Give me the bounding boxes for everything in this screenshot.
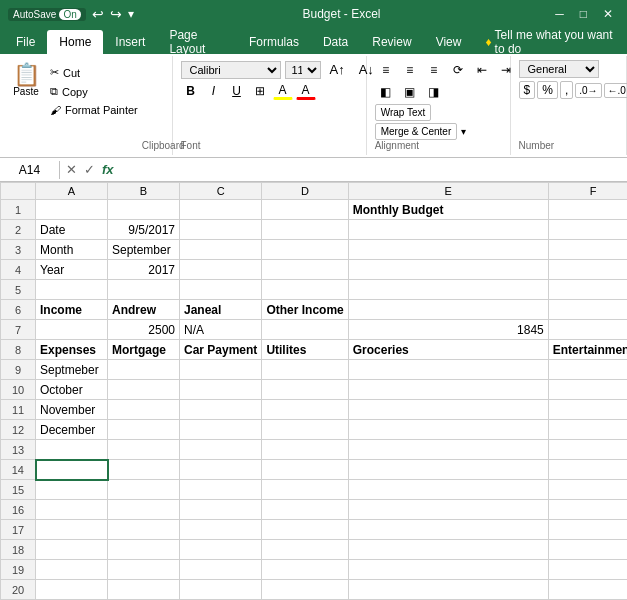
redo-icon[interactable]: ↪ [110, 6, 122, 22]
cell-E14[interactable] [348, 460, 548, 480]
cell-D14[interactable] [262, 460, 348, 480]
cell-F14[interactable] [548, 460, 627, 480]
undo-icon[interactable]: ↩ [92, 6, 104, 22]
cell-C7[interactable]: N/A [180, 320, 262, 340]
fill-color-button[interactable]: A [273, 81, 293, 100]
italic-button[interactable]: I [204, 82, 224, 100]
cell-C6[interactable]: Janeal [180, 300, 262, 320]
cell-F2[interactable] [548, 220, 627, 240]
cell-C14[interactable] [180, 460, 262, 480]
tab-home[interactable]: Home [47, 30, 103, 54]
cell-A20[interactable] [36, 580, 108, 600]
cell-C9[interactable] [180, 360, 262, 380]
cell-F17[interactable] [548, 520, 627, 540]
cell-E18[interactable] [348, 540, 548, 560]
align-top-center-btn[interactable]: ≡ [399, 60, 421, 80]
cell-D1[interactable] [262, 200, 348, 220]
cell-F13[interactable] [548, 440, 627, 460]
cell-A10[interactable]: October [36, 380, 108, 400]
maximize-btn[interactable]: □ [574, 7, 593, 21]
cell-B14[interactable] [108, 460, 180, 480]
cell-C19[interactable] [180, 560, 262, 580]
cell-F10[interactable] [548, 380, 627, 400]
border-button[interactable]: ⊞ [250, 82, 270, 100]
cell-A15[interactable] [36, 480, 108, 500]
cell-A11[interactable]: November [36, 400, 108, 420]
cell-D4[interactable] [262, 260, 348, 280]
font-color-button[interactable]: A [296, 81, 316, 100]
cell-A18[interactable] [36, 540, 108, 560]
cell-D8[interactable]: Utilites [262, 340, 348, 360]
tab-data[interactable]: Data [311, 30, 360, 54]
font-size-select[interactable]: 11 [285, 61, 321, 79]
cell-C15[interactable] [180, 480, 262, 500]
cell-D19[interactable] [262, 560, 348, 580]
cell-F7[interactable] [548, 320, 627, 340]
col-header-d[interactable]: D [262, 183, 348, 200]
cell-F15[interactable] [548, 480, 627, 500]
cell-A6[interactable]: Income [36, 300, 108, 320]
paste-button[interactable]: 📋 Paste [6, 60, 46, 101]
tab-review[interactable]: Review [360, 30, 423, 54]
minimize-btn[interactable]: ─ [549, 7, 570, 21]
cell-A13[interactable] [36, 440, 108, 460]
cell-E4[interactable] [348, 260, 548, 280]
cell-D12[interactable] [262, 420, 348, 440]
sheet-area[interactable]: A B C D E F G H I J 1Monthly Budget2Date… [0, 182, 627, 600]
cell-E2[interactable] [348, 220, 548, 240]
merge-dropdown-icon[interactable]: ▾ [461, 126, 466, 137]
cell-B5[interactable] [108, 280, 180, 300]
cut-button[interactable]: ✂ Cut [46, 64, 142, 81]
cell-E20[interactable] [348, 580, 548, 600]
cell-E12[interactable] [348, 420, 548, 440]
formula-confirm-btn[interactable]: ✓ [82, 161, 97, 178]
percent-button[interactable]: % [537, 81, 558, 99]
decimal-decrease-button[interactable]: ←.0 [604, 83, 627, 98]
cell-C20[interactable] [180, 580, 262, 600]
cell-C12[interactable] [180, 420, 262, 440]
cell-A19[interactable] [36, 560, 108, 580]
decimal-increase-button[interactable]: .0→ [575, 83, 601, 98]
cell-D11[interactable] [262, 400, 348, 420]
cell-C10[interactable] [180, 380, 262, 400]
cell-C3[interactable] [180, 240, 262, 260]
font-name-select[interactable]: Calibri [181, 61, 281, 79]
col-header-a[interactable]: A [36, 183, 108, 200]
cell-F3[interactable] [548, 240, 627, 260]
cell-F4[interactable] [548, 260, 627, 280]
cell-D3[interactable] [262, 240, 348, 260]
cell-B15[interactable] [108, 480, 180, 500]
cell-C18[interactable] [180, 540, 262, 560]
cell-A16[interactable] [36, 500, 108, 520]
cell-E16[interactable] [348, 500, 548, 520]
number-format-select[interactable]: General [519, 60, 599, 78]
cell-D15[interactable] [262, 480, 348, 500]
align-left-btn[interactable]: ◧ [375, 82, 397, 102]
cell-F20[interactable] [548, 580, 627, 600]
cell-D10[interactable] [262, 380, 348, 400]
formula-input[interactable] [120, 163, 627, 177]
cell-B19[interactable] [108, 560, 180, 580]
copy-button[interactable]: ⧉ Copy [46, 83, 142, 100]
cell-B17[interactable] [108, 520, 180, 540]
cell-B1[interactable] [108, 200, 180, 220]
cell-B12[interactable] [108, 420, 180, 440]
cell-F19[interactable] [548, 560, 627, 580]
cell-B4[interactable]: 2017 [108, 260, 180, 280]
cell-C1[interactable] [180, 200, 262, 220]
wrap-text-button[interactable]: Wrap Text [375, 104, 432, 121]
cell-C13[interactable] [180, 440, 262, 460]
cell-F8[interactable]: Entertainment [548, 340, 627, 360]
cell-B11[interactable] [108, 400, 180, 420]
tab-formulas[interactable]: Formulas [237, 30, 311, 54]
cell-E15[interactable] [348, 480, 548, 500]
cell-C4[interactable] [180, 260, 262, 280]
cell-A7[interactable] [36, 320, 108, 340]
cell-B16[interactable] [108, 500, 180, 520]
tab-page-layout[interactable]: Page Layout [157, 30, 237, 54]
align-center-btn[interactable]: ▣ [399, 82, 421, 102]
cell-F16[interactable] [548, 500, 627, 520]
cell-D7[interactable] [262, 320, 348, 340]
col-header-e[interactable]: E [348, 183, 548, 200]
cell-A14[interactable] [36, 460, 108, 480]
